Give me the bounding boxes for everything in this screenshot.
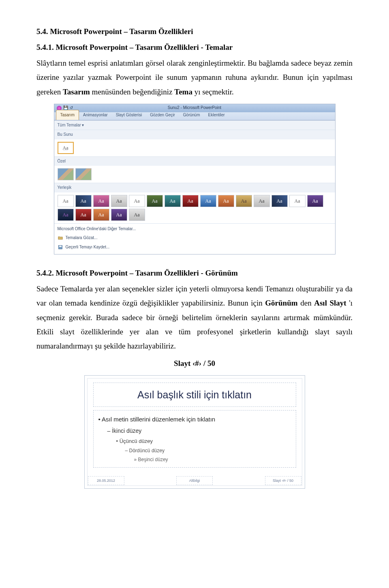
theme-thumb-current[interactable]: Aa—— [58,142,74,154]
master-footer-placeholder[interactable]: Altbilgi [176,476,213,485]
theme-thumb[interactable]: Aa [111,209,127,221]
master-body-list: Asıl metin stillerini düzenlemek için tı… [98,414,291,464]
theme-thumb[interactable]: Aa [111,195,127,207]
folder-open-icon [58,235,63,241]
body-level-1: Asıl metin stillerini düzenlemek için tı… [98,414,291,425]
ribbon-tab-slayt-gosterisi[interactable]: Slayt Gösterisi [112,110,146,120]
body-level-4: Dördüncü düzey [125,446,291,455]
theme-thumb[interactable]: Aa [93,195,109,207]
theme-thumb[interactable]: Aa [147,195,163,207]
para-2-text-c: den [300,299,314,307]
link-save-theme[interactable]: Geçerli Temayı Kaydet... [58,243,332,252]
heading-5-4-1: 5.4.1. Microsoft Powerpoint – Tasarım Öz… [36,40,353,54]
theme-thumb[interactable]: Aa [254,195,270,207]
link-label: Temalara Gözat... [66,234,98,242]
master-title-text: Asıl başlık stili için tıklatın [98,385,292,404]
link-label: Geçerli Temayı Kaydet... [66,244,110,251]
theme-thumb-custom-1[interactable] [58,168,74,180]
theme-thumb[interactable]: Aa [307,195,323,207]
slide-master-frame: Asıl başlık stili için tıklatın Asıl met… [84,375,305,489]
ribbon-tab-tasarim[interactable]: Tasarım [56,110,79,120]
gallery-group-builtin-content: Aa Aa Aa Aa Aa Aa Aa Aa Aa Aa Aa Aa Aa A… [54,192,335,223]
link-office-online-themes[interactable]: Microsoft Office Online'daki Diğer Temal… [58,225,332,234]
para-1-bold-tema: Tema [174,88,192,96]
gallery-footer-links: Microsoft Office Online'daki Diğer Temal… [54,223,335,254]
theme-thumb[interactable]: Aa [218,195,234,207]
theme-thumb[interactable]: Aa [200,195,216,207]
save-icon [58,244,63,250]
theme-thumb[interactable]: Aa [289,195,306,207]
heading-5-4: 5.4. Microsoft Powerpoint – Tasarım Özel… [36,24,353,38]
theme-thumb[interactable]: Aa [236,195,252,207]
gallery-group-custom-content [54,166,335,183]
heading-5-4-2: 5.4.2. Microsoft Powerpoint – Tasarım Öz… [36,266,353,280]
pp-theme-gallery: Tüm Temalar ▾ Bu Sunu Aa—— Özel Yerleşik… [54,120,335,254]
theme-thumb[interactable]: Aa [165,195,181,207]
para-1-text-c: menüsünden beğendiğiniz [92,88,175,96]
theme-thumb[interactable]: Aa [182,195,199,207]
ribbon-tab-gozden-gecir[interactable]: Gözden Geçir [146,110,179,120]
body-level-5: Beşinci düzey [134,455,291,464]
para-1-bold-tasarim: Tasarım [63,88,90,96]
master-footer-row: 28.05.2012 Altbilgi Slayt ‹#› / 50 [88,476,301,485]
theme-thumb[interactable]: Aa [75,209,92,221]
ribbon-tab-eklentiler[interactable]: Eklentiler [204,110,229,120]
slide-master-inner: Asıl başlık stili için tıklatın Asıl met… [87,378,302,486]
para-2-bold-gorunum: Görünüm [265,299,297,307]
master-title-placeholder[interactable]: Asıl başlık stili için tıklatın [93,383,296,407]
para-1-text-e: yı seçmektir. [194,88,234,96]
gallery-group-this-content: Aa—— [54,139,335,156]
gallery-group-all-header[interactable]: Tüm Temalar ▾ [54,121,335,130]
link-label: Microsoft Office Online'daki Diğer Temal… [58,225,136,233]
theme-thumb[interactable]: Aa [271,195,288,207]
gallery-group-this-header: Bu Sunu [54,130,335,139]
theme-thumb[interactable]: Aa [58,209,74,221]
paragraph-1: Slâytların temel esprisi anlatımları gör… [36,56,353,98]
gallery-group-custom-header: Özel [54,156,335,166]
para-2-bold-asil-slayt: Asıl Slayt [314,299,346,307]
pp-window: 💾 ↺ Sunu2 - Microsoft PowerPoint Tasarım… [54,104,336,255]
powerpoint-theme-gallery-screenshot: 💾 ↺ Sunu2 - Microsoft PowerPoint Tasarım… [36,104,353,255]
pp-ribbon-tabs: Tasarım Animasyonlar Slayt Gösterisi Göz… [54,112,335,120]
theme-thumb[interactable]: Aa [129,195,145,207]
theme-thumb[interactable]: Aa [58,195,74,207]
gallery-group-builtin-header: Yerleşik [54,183,335,192]
master-slidenum-placeholder[interactable]: Slayt ‹#› / 50 [265,476,301,485]
ribbon-tab-animasyonlar[interactable]: Animasyonlar [79,110,112,120]
paragraph-2: Sadece Temalarda yer alan seçenekler siz… [36,282,353,353]
theme-thumb[interactable]: Aa [75,195,92,207]
theme-thumb-custom-2[interactable] [75,168,92,180]
theme-thumb[interactable]: Aa [129,209,145,221]
svg-rect-1 [59,246,62,247]
link-browse-themes[interactable]: Temalara Gözat... [58,233,332,243]
slide-master-screenshot: Asıl başlık stili için tıklatın Asıl met… [36,375,353,489]
master-body-placeholder[interactable]: Asıl metin stillerini düzenlemek için tı… [93,410,296,468]
slide-number-format-line: Slayt ‹#› / 50 [36,356,353,370]
body-level-2: İkinci düzey [107,426,291,436]
body-level-3: Üçüncü düzey [116,436,291,446]
master-date-placeholder[interactable]: 28.05.2012 [88,476,124,485]
ribbon-tab-gorunum[interactable]: Görünüm [179,110,204,120]
theme-thumb[interactable]: Aa [93,209,109,221]
